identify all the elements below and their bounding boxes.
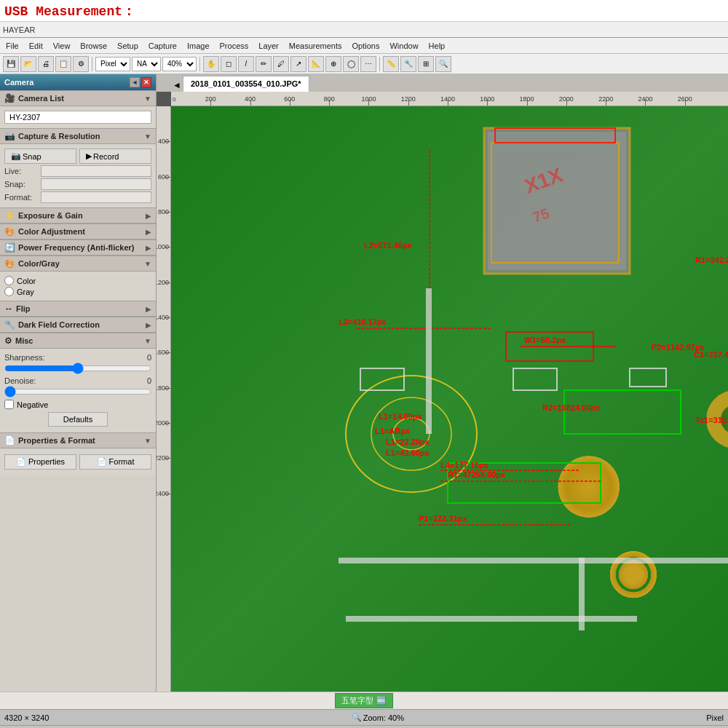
camera-list-icon: 🎥 (4, 93, 15, 103)
gray-radio[interactable] (4, 287, 14, 296)
snap-button[interactable]: 📷 Snap (4, 149, 76, 164)
ime-label: 五笔字型 (341, 696, 373, 705)
menu-item-image[interactable]: Image (183, 40, 214, 52)
section-properties[interactable]: 📄 Properties & Format ▼ (0, 432, 156, 448)
ruler-label-left: 1200 (157, 279, 169, 286)
print-btn[interactable]: 🖨 (38, 56, 54, 72)
zoom-select[interactable]: 40% (162, 57, 197, 71)
ruler-left: 4006008001000120014001600180020002200240… (157, 106, 171, 692)
menu-item-file[interactable]: File (1, 40, 23, 52)
status-bar: 4320 × 3240 🔍 Zoom: 40% Pixel (0, 709, 728, 725)
config-tool[interactable]: 🔧 (400, 56, 416, 72)
save-btn[interactable]: 💾 (3, 56, 19, 72)
denoise-slider[interactable] (4, 387, 151, 397)
negative-checkbox[interactable] (4, 400, 14, 409)
pixel-select[interactable]: Pixel (95, 57, 130, 71)
angle-tool[interactable]: 📐 (308, 56, 324, 72)
grid-tool[interactable]: ⊞ (418, 56, 434, 72)
image-canvas[interactable]: X1X 75 (171, 106, 728, 692)
menu-item-layer[interactable]: Layer (254, 40, 283, 52)
format-control[interactable] (41, 191, 151, 203)
misc-content: Sharpness: 0 Denoise: 0 Negative Default… (0, 349, 156, 432)
settings-btn[interactable]: ⚙ (73, 56, 89, 72)
image-tab[interactable]: 2018_0101_003554_010.JPG* (183, 76, 309, 92)
camera-item[interactable]: HY-2307 (4, 111, 151, 124)
section-color-gray[interactable]: 🎨 Color/Gray ▼ (0, 256, 156, 272)
section-misc[interactable]: ⚙ Misc ▼ (0, 333, 156, 349)
properties-button[interactable]: 📄 Properties (4, 454, 76, 470)
ruler-label-left: 1800 (157, 384, 169, 392)
denoise-value: 0 (147, 376, 151, 385)
ime-indicator[interactable]: 五笔字型 🔤 (335, 693, 392, 708)
more-tools[interactable]: ⋯ (360, 56, 376, 72)
record-button[interactable]: ▶ Record (79, 149, 151, 164)
ruler-label-left: 1400 (157, 314, 169, 321)
ruler-label-top: 1600 (480, 95, 494, 103)
defaults-button[interactable]: Defaults (48, 412, 108, 427)
app-bar: HAYEAR (0, 22, 728, 38)
menu-item-process[interactable]: Process (215, 40, 253, 52)
add-tool[interactable]: ⊕ (325, 56, 341, 72)
section-power-freq[interactable]: 🔄 Power Frequency (Anti-flicker) ▶ (0, 240, 156, 256)
ruler-label-top: 2600 (678, 95, 692, 103)
line-tool[interactable]: / (238, 56, 254, 72)
menu-item-setup[interactable]: Setup (113, 40, 143, 52)
ruler-label-left: 2400 (157, 490, 169, 497)
draw-tool[interactable]: 🖊 (273, 56, 289, 72)
panel-pin-button[interactable]: ◄ (130, 77, 140, 87)
sharpness-value: 0 (147, 353, 151, 362)
app-name: HAYEAR (3, 25, 35, 34)
menu-item-view[interactable]: View (49, 40, 75, 52)
menu-item-window[interactable]: Window (385, 40, 422, 52)
section-exposure[interactable]: ⚡ Exposure & Gain ▶ (0, 207, 156, 223)
section-flip[interactable]: ↔ Flip ▶ (0, 301, 156, 317)
open-btn[interactable]: 📂 (20, 56, 36, 72)
format-button[interactable]: 📄 Format (79, 454, 151, 470)
rect-tool[interactable]: ◻ (221, 56, 237, 72)
na-select[interactable]: NA (132, 57, 161, 71)
live-control[interactable] (41, 165, 151, 177)
ruler-label-top: 2200 (598, 95, 613, 103)
menu-item-options[interactable]: Options (348, 40, 384, 52)
right-content: ◄ 2018_0101_003554_010.JPG* 0 2004006008… (157, 74, 728, 692)
ruler-label-top: 400 (245, 95, 256, 103)
section-color-adjustment[interactable]: 🎨 Color Adjustment ▶ (0, 223, 156, 240)
ruler-label-top: 1800 (520, 95, 534, 103)
menu-bar[interactable]: FileEditViewBrowseSetupCaptureImageProce… (0, 38, 728, 54)
pen-tool[interactable]: ✏ (256, 56, 272, 72)
measure-tool[interactable]: 📏 (383, 56, 399, 72)
clipboard-btn[interactable]: 📋 (55, 56, 71, 72)
circle-tool[interactable]: ◯ (343, 56, 359, 72)
zoom-tool[interactable]: 🔍 (435, 56, 451, 72)
ime-bar: 五笔字型 🔤 (0, 692, 728, 709)
canvas-area[interactable]: 0 20040060080010001200140016001800200022… (157, 92, 728, 692)
color-radio[interactable] (4, 276, 14, 285)
menu-item-edit[interactable]: Edit (25, 40, 47, 52)
menu-item-measurements[interactable]: Measurements (285, 40, 347, 52)
menu-item-capture[interactable]: Capture (144, 40, 181, 52)
arrow-tool[interactable]: ↗ (290, 56, 306, 72)
section-camera-list[interactable]: 🎥 Camera List ▼ (0, 90, 156, 106)
menu-item-browse[interactable]: Browse (76, 40, 111, 52)
ruler-label-top: 800 (324, 95, 335, 103)
ruler-label-left: 2000 (157, 419, 169, 427)
ruler-label-left: 600 (158, 173, 169, 181)
ruler-label-left: 1600 (157, 349, 169, 356)
zoom-label: Zoom: 40% (363, 713, 404, 722)
panel-close-button[interactable]: ✕ (141, 77, 151, 87)
snap-control[interactable] (41, 178, 151, 190)
section-dark-field[interactable]: 🔧 Dark Field Correction ▶ (0, 317, 156, 333)
ruler-label-top: 200 (205, 95, 216, 103)
camera-list-label: Camera List (18, 94, 64, 103)
tab-bar: ◄ 2018_0101_003554_010.JPG* (157, 74, 728, 92)
hand-tool[interactable]: ✋ (203, 56, 219, 72)
zoom-icon: 🔍 (352, 713, 362, 722)
menu-item-help[interactable]: Help (424, 40, 450, 52)
toolbar-separator (92, 57, 92, 71)
title-bar: USB Measurement： (0, 0, 728, 22)
tab-nav-left[interactable]: ◄ (171, 79, 183, 92)
sharpness-slider[interactable] (4, 363, 151, 373)
ruler-label-left: 400 (158, 138, 169, 145)
section-capture[interactable]: 📷 Capture & Resolution ▼ (0, 128, 156, 144)
toolbar[interactable]: 💾📂🖨📋⚙PixelNA40%✋◻/✏🖊↗📐⊕◯⋯📏🔧⊞🔍 (0, 54, 728, 74)
